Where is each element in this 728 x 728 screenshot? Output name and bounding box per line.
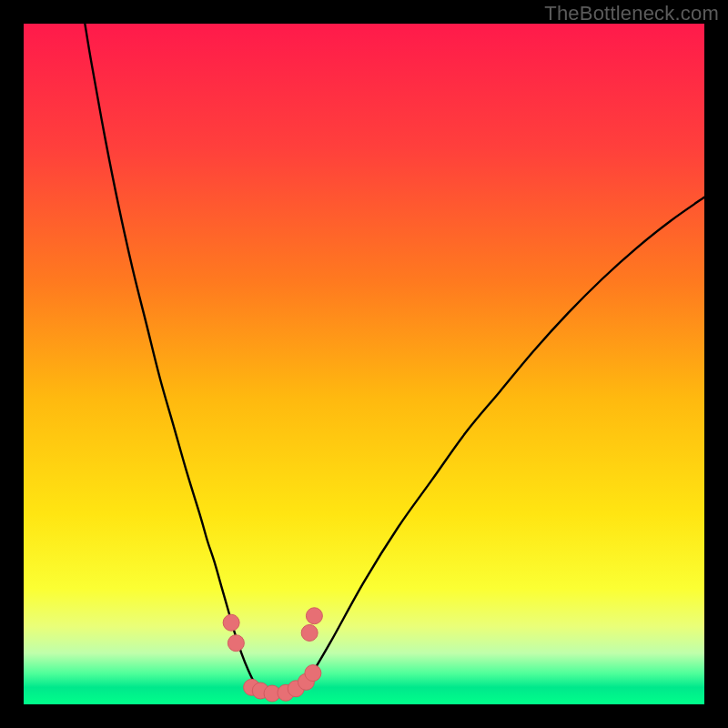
gradient-background xyxy=(24,24,704,704)
data-marker xyxy=(301,624,318,641)
data-marker xyxy=(223,614,239,631)
chart-frame: TheBottleneck.com xyxy=(0,0,728,728)
data-marker xyxy=(228,635,244,652)
bottleneck-chart xyxy=(24,24,704,704)
watermark-text: TheBottleneck.com xyxy=(544,2,719,25)
data-marker xyxy=(305,665,321,682)
data-marker xyxy=(306,608,322,624)
